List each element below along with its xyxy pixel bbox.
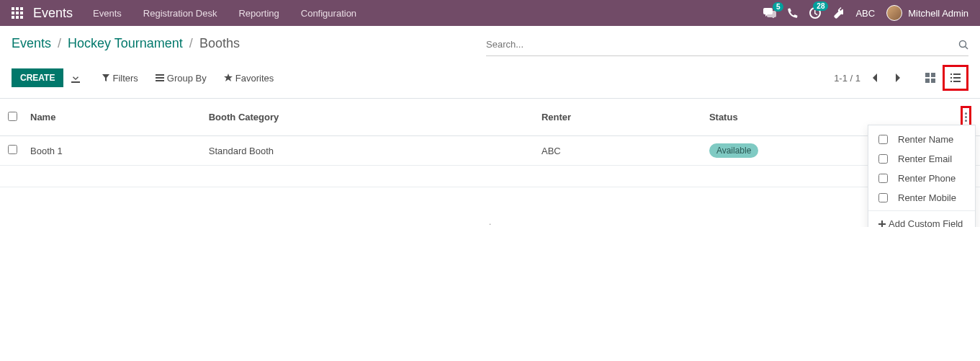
download-icon[interactable]	[71, 73, 81, 83]
menu-configuration[interactable]: Configuration	[301, 8, 356, 19]
breadcrumb-current: Booths	[199, 36, 240, 50]
svg-rect-7	[953, 73, 961, 75]
avatar	[886, 5, 902, 21]
col-renter[interactable]: Renter	[536, 99, 703, 136]
cell-name: Booth 1	[24, 136, 203, 166]
breadcrumb-parent[interactable]: Hockey Tournament	[68, 36, 183, 50]
control-panel: Events / Hockey Tournament / Booths CREA…	[0, 26, 980, 99]
svg-rect-2	[925, 73, 930, 77]
list-view-button[interactable]	[946, 68, 965, 87]
col-name[interactable]: Name	[24, 99, 203, 136]
add-custom-field[interactable]: Add Custom Field	[868, 214, 975, 227]
favorites-button[interactable]: Favorites	[224, 73, 274, 84]
create-button[interactable]: CREATE	[12, 68, 63, 87]
groupby-icon	[156, 74, 164, 81]
status-badge: Available	[709, 143, 758, 158]
cell-renter: ABC	[536, 136, 703, 166]
activities-icon[interactable]: 28	[809, 7, 821, 19]
opt-checkbox[interactable]	[878, 154, 888, 164]
pager: 1-1 / 1	[834, 69, 907, 86]
phone-icon[interactable]	[788, 8, 798, 18]
svg-rect-10	[950, 81, 952, 82]
select-all-checkbox[interactable]	[8, 112, 17, 121]
groupby-button[interactable]: Group By	[156, 73, 207, 84]
messages-badge: 5	[773, 2, 784, 12]
opt-checkbox[interactable]	[878, 193, 888, 202]
svg-point-0	[960, 40, 966, 47]
company-name[interactable]: ABC	[855, 8, 875, 19]
messages-icon[interactable]: 5	[763, 8, 776, 18]
svg-rect-3	[931, 73, 935, 77]
svg-rect-6	[950, 73, 952, 75]
pager-prev[interactable]	[866, 69, 884, 86]
opt-checkbox[interactable]	[878, 174, 888, 183]
search-box	[486, 33, 968, 56]
svg-rect-11	[953, 81, 961, 82]
optional-fields-menu: Renter Name Renter Email Renter Phone Re…	[868, 125, 976, 227]
list-view: Name Booth Category Renter Status Booth …	[0, 99, 980, 187]
svg-line-1	[966, 46, 968, 49]
apps-icon[interactable]	[12, 7, 23, 19]
menu-events[interactable]: Events	[93, 8, 122, 19]
pager-next[interactable]	[889, 69, 907, 86]
user-menu[interactable]: Mitchell Admin	[886, 5, 968, 21]
breadcrumb-root[interactable]: Events	[12, 36, 51, 50]
star-icon	[224, 73, 233, 82]
breadcrumb: Events / Hockey Tournament / Booths	[12, 33, 240, 51]
menu-registration-desk[interactable]: Registration Desk	[143, 8, 217, 19]
opt-checkbox[interactable]	[878, 135, 888, 144]
opt-renter-email[interactable]: Renter Email	[868, 149, 975, 169]
plus-icon	[878, 220, 886, 228]
opt-renter-name[interactable]: Renter Name	[868, 130, 975, 149]
filter-icon	[102, 74, 109, 81]
svg-rect-5	[931, 79, 935, 83]
brand-title[interactable]: Events	[33, 6, 73, 21]
user-name: Mitchell Admin	[908, 8, 968, 19]
optional-fields-toggle[interactable]	[965, 112, 967, 122]
list-view-highlight	[943, 65, 968, 91]
col-category[interactable]: Booth Category	[203, 99, 536, 136]
top-navbar: Events Events Registration Desk Reportin…	[0, 0, 980, 26]
search-icon[interactable]	[958, 40, 968, 50]
opt-renter-mobile[interactable]: Renter Mobile	[868, 188, 975, 208]
search-input[interactable]	[486, 36, 958, 53]
table-row[interactable]: Booth 1 Standard Booth ABC Available	[0, 136, 980, 166]
opt-renter-phone[interactable]: Renter Phone	[868, 169, 975, 188]
pager-range: 1-1 / 1	[834, 73, 860, 84]
row-checkbox[interactable]	[8, 145, 17, 154]
filters-button[interactable]: Filters	[102, 73, 138, 84]
svg-rect-4	[925, 79, 930, 83]
cell-category: Standard Booth	[203, 136, 536, 166]
activities-badge: 28	[813, 1, 828, 11]
svg-rect-9	[953, 77, 961, 79]
debug-icon[interactable]	[832, 7, 844, 19]
kanban-view-button[interactable]	[921, 68, 940, 87]
main-menu: Events Registration Desk Reporting Confi…	[93, 8, 356, 19]
menu-reporting[interactable]: Reporting	[238, 8, 279, 19]
svg-rect-8	[950, 77, 952, 79]
decoration: .	[0, 187, 980, 227]
